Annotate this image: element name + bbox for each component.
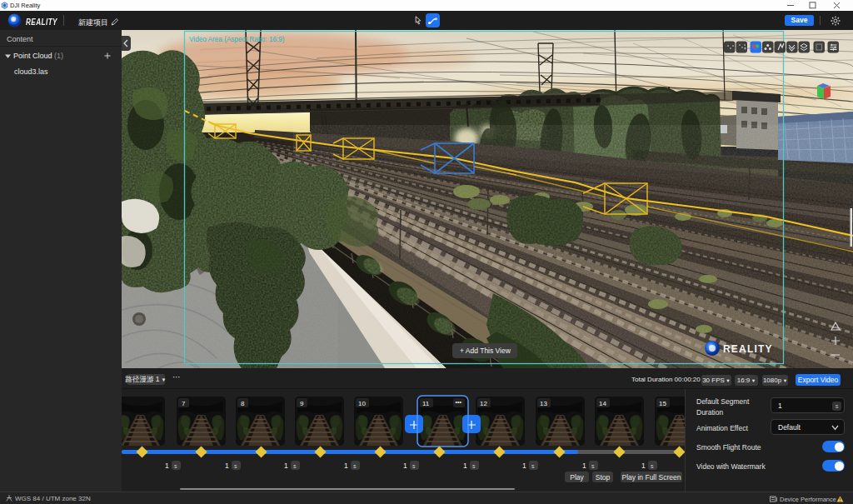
svg-text:15: 15 [659,400,666,407]
svg-text:1: 1 [344,462,348,470]
svg-text:1: 1 [641,462,646,470]
svg-text:s: s [651,463,654,469]
svg-text:14: 14 [599,400,606,407]
svg-text:s: s [412,463,416,469]
svg-text:+ Add This View: + Add This View [460,347,511,355]
svg-text:12: 12 [480,400,487,407]
svg-text:10: 10 [358,400,366,407]
svg-text:1: 1 [582,462,586,470]
svg-text:s: s [531,463,535,469]
svg-text:s: s [472,463,476,469]
svg-text:s: s [174,463,177,469]
svg-text:1: 1 [225,462,229,470]
svg-text:REALITY: REALITY [723,343,773,355]
svg-text:s: s [353,463,357,469]
svg-text:13: 13 [540,400,547,407]
svg-text:7: 7 [182,400,186,407]
svg-text:•••: ••• [456,399,462,405]
svg-text:s: s [591,463,595,469]
svg-text:1: 1 [284,462,288,470]
svg-text:1: 1 [165,462,169,470]
svg-text:9: 9 [300,400,304,407]
svg-text:s: s [234,463,237,469]
svg-text:11: 11 [422,400,430,407]
svg-text:1: 1 [403,462,407,470]
svg-text:s: s [293,463,297,469]
svg-text:Video Area (Aspect Ratio: 16:9: Video Area (Aspect Ratio: 16:9) [189,36,285,43]
svg-text:1: 1 [463,462,467,470]
svg-text:1: 1 [522,462,526,470]
svg-text:8: 8 [241,400,245,407]
